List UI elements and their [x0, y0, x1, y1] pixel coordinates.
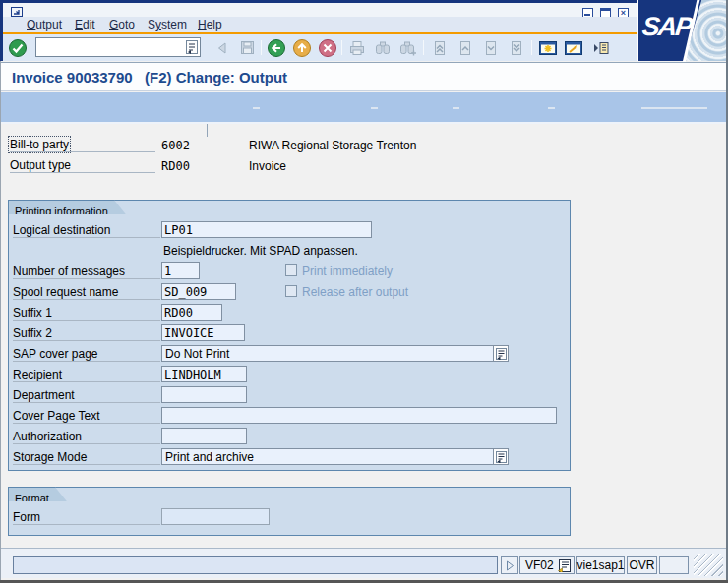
form-label: Form [13, 509, 160, 525]
status-transaction-cell: VF02 [519, 556, 575, 574]
window-edge [0, 61, 1, 583]
print-immediately-label: Print immediately [302, 264, 393, 278]
output-type-label: Output type [10, 157, 155, 173]
release-after-output-checkbox[interactable] [285, 285, 297, 297]
form-input[interactable] [161, 508, 270, 525]
spool-request-name-label: Spool request name [13, 284, 160, 300]
logical-destination-input[interactable] [161, 221, 372, 238]
format-groupbox: Format Form [8, 487, 571, 536]
bill-to-party-description: RIWA Regional Storage Trenton [249, 139, 416, 152]
app-toolbar-separator [453, 107, 459, 109]
menu-item-edit[interactable]: Edit [75, 18, 95, 31]
bill-to-party-label: Bill-to party [10, 137, 155, 152]
suffix-1-label: Suffix 1 [13, 305, 160, 321]
screen-title: Invoice 90033790 (F2) Change: Output [12, 69, 287, 86]
toolbar-separator [261, 40, 262, 55]
app-toolbar-separator [548, 107, 555, 109]
app-toolbar-separator [371, 107, 378, 109]
cover-page-text-input[interactable] [161, 407, 557, 424]
storage-mode-dropdown[interactable]: Print and archive [161, 448, 509, 465]
logical-destination-note: Beispieldrucker. Mit SPAD anpassen. [163, 244, 358, 258]
authorization-label: Authorization [13, 429, 160, 444]
title-bar: × [3, 3, 637, 17]
status-expand-button[interactable] [501, 556, 518, 574]
screen-title-strip: Invoice 90033790 (F2) Change: Output [1, 62, 727, 91]
logical-destination-label: Logical destination [13, 222, 160, 238]
department-input[interactable] [161, 386, 247, 403]
previous-page-icon[interactable] [455, 37, 476, 58]
sap-logo: SAP [637, 0, 728, 61]
status-services-icon[interactable] [558, 559, 571, 572]
status-server-cell: vie1sap1 [576, 556, 625, 574]
application-toolbar [1, 92, 727, 124]
recipient-input[interactable] [161, 366, 247, 382]
back-icon[interactable] [266, 37, 287, 58]
next-page-icon[interactable] [480, 37, 502, 58]
dropdown-icon[interactable] [493, 346, 508, 361]
number-of-messages-input[interactable] [161, 262, 200, 279]
bill-to-party-value: 6002 [161, 139, 190, 152]
resize-grip[interactable] [694, 554, 723, 576]
cancel-icon[interactable] [317, 37, 338, 58]
standard-toolbar [3, 34, 637, 61]
dropdown-icon[interactable] [493, 449, 508, 464]
release-after-output-label: Release after output [302, 285, 408, 299]
command-field[interactable] [35, 37, 201, 57]
status-mode-cell: OVR [627, 556, 657, 574]
recipient-label: Recipient [13, 367, 160, 382]
status-bar: VF02 vie1sap1 OVR [1, 548, 727, 578]
authorization-input[interactable] [161, 428, 247, 444]
print-immediately-checkbox[interactable] [285, 264, 297, 276]
suffix-2-input[interactable] [161, 324, 245, 341]
menu-item-help[interactable]: Help [198, 18, 222, 31]
app-toolbar-separator [253, 107, 260, 109]
enter-icon[interactable] [7, 37, 29, 58]
back-nav-icon[interactable] [212, 37, 233, 58]
save-icon[interactable] [236, 37, 258, 58]
expand-menu-icon[interactable] [591, 37, 611, 58]
exit-icon[interactable] [291, 37, 313, 58]
sap-gui-window: × Output Edit Goto System Help [0, 0, 728, 583]
toolbar-separator [423, 40, 424, 55]
number-of-messages-label: Number of messages [13, 263, 160, 279]
new-session-icon[interactable] [537, 37, 559, 58]
menu-item-goto[interactable]: Goto [109, 18, 135, 31]
command-history-icon[interactable] [186, 40, 198, 54]
printing-information-groupbox: Printing information Logical destination… [8, 200, 571, 471]
find-next-icon[interactable] [397, 37, 419, 58]
app-toolbar-separator [641, 107, 707, 109]
sap-cover-page-dropdown[interactable]: Do Not Print [161, 345, 509, 362]
toolbar-separator [531, 40, 532, 55]
status-empty-cell [659, 556, 689, 574]
last-page-icon[interactable] [506, 37, 527, 58]
column-tick [207, 124, 208, 137]
printing-information-tab: Printing information [8, 200, 126, 214]
create-shortcut-icon[interactable] [563, 37, 584, 58]
find-icon[interactable] [372, 37, 394, 58]
print-icon[interactable] [346, 37, 368, 58]
first-page-icon[interactable] [429, 37, 451, 58]
sap-logo-text: SAP [640, 12, 693, 42]
cover-page-text-label: Cover Page Text [13, 408, 160, 424]
suffix-2-label: Suffix 2 [13, 325, 160, 341]
department-label: Department [13, 387, 160, 403]
output-type-value: RD00 [161, 159, 190, 173]
toolbar-separator [341, 40, 342, 55]
format-tab: Format [8, 487, 67, 501]
storage-mode-label: Storage Mode [13, 449, 160, 465]
output-type-description: Invoice [249, 159, 286, 173]
sap-cover-page-label: SAP cover page [13, 346, 160, 362]
status-message-field [13, 556, 498, 574]
menu-item-system[interactable]: System [148, 18, 187, 31]
menu-item-output[interactable]: Output [27, 18, 62, 31]
transaction-code: VF02 [525, 558, 554, 572]
menu-bar: Output Edit Goto System Help [3, 17, 637, 32]
spool-request-name-input[interactable] [161, 283, 236, 300]
command-input[interactable] [37, 39, 183, 55]
suffix-1-input[interactable] [161, 304, 222, 321]
